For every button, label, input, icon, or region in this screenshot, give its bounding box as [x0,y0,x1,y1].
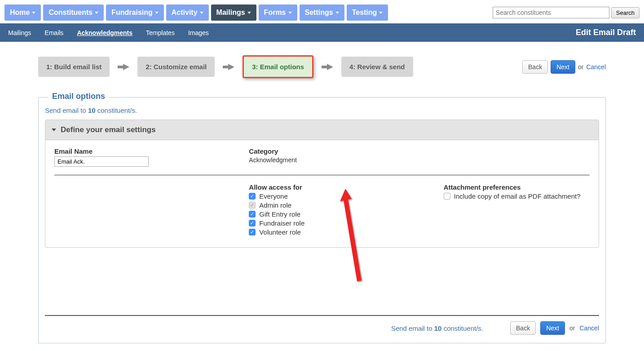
wizard: 1: Build email list2: Customize email3: … [38,55,606,78]
or-text-bottom: or [569,324,575,332]
chevron-down-icon [32,12,35,14]
next-button[interactable]: Next [551,60,575,74]
nav-tab-mailings[interactable]: Mailings [211,4,256,21]
attachment-prefs-label: Attachment preferences [444,183,620,191]
arrow-right-icon [327,64,333,70]
wizard-step-2[interactable]: 2: Customize email [137,57,215,77]
cancel-link-bottom[interactable]: Cancel [579,324,599,332]
nav-tab-settings[interactable]: Settings [300,4,344,21]
send-info-top: Send email to 10 constituent/s. [45,107,599,114]
arrow-right-icon [123,64,129,70]
accordion-body: Email Name Category Acknowledgment Allow… [45,140,599,248]
nav-tab-home[interactable]: Home [4,4,41,21]
panel-legend: Email options [49,92,109,101]
access-checkbox-admin-role [249,202,256,209]
sub-nav: MailingsEmailsAcknowledgmentsTemplatesIm… [0,23,644,42]
wizard-step-3[interactable]: 3: Email options [243,55,313,78]
back-button[interactable]: Back [522,60,548,74]
accordion-header[interactable]: Define your email settings [45,120,599,140]
search-input[interactable] [493,7,609,18]
access-checkbox-everyone[interactable] [249,193,256,200]
access-label: Volunteer role [259,228,301,236]
accordion-title: Define your email settings [61,125,156,134]
subnav-images[interactable]: Images [188,29,209,36]
chevron-down-icon [95,12,98,14]
nav-tab-testing[interactable]: Testing [347,4,388,21]
access-label: Admin role [259,201,291,209]
access-label: Gift Entry role [259,210,300,218]
wizard-step-1[interactable]: 1: Build email list [38,57,110,77]
next-button-bottom[interactable]: Next [540,321,565,335]
cancel-link[interactable]: Cancel [586,63,606,71]
category-label: Category [249,147,425,155]
or-text: or [578,63,583,71]
chevron-down-icon [288,12,292,14]
email-options-panel: Email options Send email to 10 constitue… [38,97,606,343]
chevron-down-icon [52,129,56,131]
access-checkbox-fundraiser-role[interactable] [249,220,256,227]
chevron-down-icon [379,12,383,14]
subnav-emails[interactable]: Emails [44,29,63,36]
top-nav: HomeConstituentsFundraisingActivityMaili… [0,0,644,21]
nav-tab-activity[interactable]: Activity [166,4,209,21]
subnav-acknowledgments[interactable]: Acknowledgments [77,29,132,36]
wizard-step-4[interactable]: 4: Review & send [341,57,413,77]
chevron-down-icon [155,12,159,14]
send-info-bottom: Send email to 10 constituent/s. [391,324,483,332]
access-checkbox-volunteer-role[interactable] [249,229,256,235]
arrow-right-icon [228,64,234,70]
access-checkbox-gift-entry-role[interactable] [249,211,256,218]
nav-tab-fundraising[interactable]: Fundraising [106,4,164,21]
email-name-input[interactable] [54,156,149,167]
subnav-mailings[interactable]: Mailings [8,29,31,36]
chevron-down-icon [247,12,251,14]
pdf-attachment-label: Include copy of email as PDF attachment? [454,192,581,200]
category-value: Acknowledgment [249,156,425,164]
back-button-bottom[interactable]: Back [510,321,536,335]
allow-access-label: Allow access for [249,183,425,191]
pdf-attachment-checkbox[interactable] [444,193,450,200]
access-label: Fundraiser role [259,219,304,227]
email-name-label: Email Name [54,147,231,155]
bottom-bar: Send email to 10 constituent/s. Back Nex… [45,315,599,335]
page-title: Edit Email Draft [576,28,636,37]
chevron-down-icon [200,12,203,14]
chevron-down-icon [335,12,339,14]
search-form: Search [493,7,640,18]
nav-tab-constituents[interactable]: Constituents [43,4,104,21]
access-label: Everyone [259,192,287,200]
subnav-templates[interactable]: Templates [146,29,175,36]
nav-tab-forms[interactable]: Forms [259,4,297,21]
search-button[interactable]: Search [611,7,640,18]
